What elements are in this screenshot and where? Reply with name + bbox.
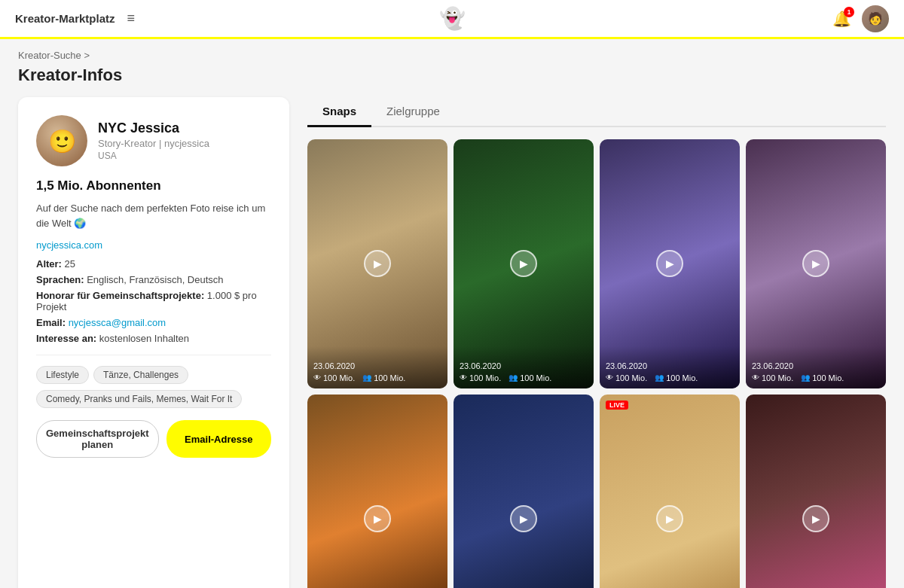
action-buttons: Gemeinschaftsprojekt planen Email-Adress… (36, 420, 271, 458)
profile-website[interactable]: nycjessica.com (36, 239, 271, 251)
snap-date: 23.06.2020 (752, 361, 880, 370)
followers-value: 100 Mio. (666, 373, 698, 382)
profile-languages: Sprachen: Englisch, Französisch, Deutsch (36, 274, 271, 285)
snap-stats: 👁 100 Mio. 👥 100 Mio. (752, 373, 880, 382)
community-project-button[interactable]: Gemeinschaftsprojekt planen (36, 420, 159, 458)
play-button[interactable]: ▶ (656, 250, 683, 277)
interest-value: kostenlosen Inhalten (99, 333, 189, 344)
tag-comedy: Comedy, Pranks und Fails, Memes, Wait Fo… (36, 390, 242, 408)
snap-inner: ▶ 23.06.2020 👁 100 Mio. 👥 100 Mio. (746, 139, 886, 388)
live-badge: LIVE (606, 401, 628, 410)
profile-role: Story-Kreator | nycjessica (98, 138, 209, 149)
play-button[interactable]: ▶ (510, 250, 537, 277)
views-value: 100 Mio. (469, 373, 501, 382)
play-button[interactable]: ▶ (802, 250, 829, 277)
snap-inner: ▶ 23.06.2020 👁 100 Mio. 👥 100 Mio. (600, 139, 740, 388)
languages-label: Sprachen: (36, 274, 84, 285)
languages-value: Englisch, Französisch, Deutsch (87, 274, 223, 285)
role-separator: | (159, 138, 164, 149)
eye-icon: 👁 (752, 373, 759, 382)
snap-overlay: 23.06.2020 👁 100 Mio. 👥 100 Mio. (454, 346, 594, 388)
notification-button[interactable]: 🔔 1 (832, 10, 851, 28)
views-value: 100 Mio. (615, 373, 647, 382)
followers-value: 100 Mio. (374, 373, 405, 382)
avatar-icon: 🧑 (868, 11, 883, 26)
snap-inner: ▶ 23.06.2020 👁 100 Mio. 👥 100 Mio. (454, 139, 594, 388)
tag-lifestyle: Lifestyle (36, 366, 89, 384)
profile-card: 🙂 NYC Jessica Story-Kreator | nycjessica… (18, 97, 289, 588)
breadcrumb: Kreator-Suche > (0, 39, 904, 64)
snap-item[interactable]: ▶ 23.06.2020 👁 100 Mio. 👥 100 Mio. (454, 139, 594, 388)
header-right: 🔔 1 🧑 (832, 5, 889, 32)
play-button[interactable]: ▶ (802, 505, 829, 532)
notification-badge: 1 (844, 7, 854, 17)
eye-icon: 👁 (606, 373, 613, 382)
role-label: Story-Kreator (98, 138, 156, 149)
profile-handle: nycjessica (164, 138, 209, 149)
user-avatar-header[interactable]: 🧑 (862, 5, 889, 32)
play-button[interactable]: ▶ (510, 505, 537, 532)
app-title: Kreator-Marktplatz (15, 12, 115, 25)
people-icon: 👥 (508, 373, 518, 382)
main-content: 🙂 NYC Jessica Story-Kreator | nycjessica… (0, 97, 904, 588)
views-value: 100 Mio. (762, 373, 793, 382)
play-button[interactable]: ▶ (364, 505, 391, 532)
eye-icon: 👁 (460, 373, 467, 382)
snap-item[interactable]: ▶ 23.06.2020 👁 100 Mio. 👥 100 Mio. (307, 395, 447, 588)
header-left: Kreator-Marktplatz ≡ (15, 11, 135, 26)
snap-views: 👁 100 Mio. (460, 373, 501, 382)
email-value[interactable]: nycjessca@gmail.com (69, 317, 166, 328)
snap-item[interactable]: ▶ 23.06.2020 👁 100 Mio. 👥 100 Mio. (454, 395, 594, 588)
tab-audience[interactable]: Zielgruppe (371, 97, 455, 127)
avatar-image: 🙂 (36, 115, 87, 166)
play-button[interactable]: ▶ (364, 250, 391, 277)
play-button[interactable]: ▶ (656, 505, 683, 532)
snap-inner: LIVE ▶ 23.06.2020 👁 100 Mio. 👥 100 Mio. (600, 395, 740, 588)
interest-label: Interesse an: (36, 333, 96, 344)
snap-item[interactable]: ▶ 23.06.2020 👁 100 Mio. 👥 100 Mio. (307, 139, 447, 388)
profile-location: USA (98, 151, 209, 161)
followers-value: 100 Mio. (520, 373, 551, 382)
tag-dances: Tänze, Challenges (93, 366, 188, 384)
profile-avatar: 🙂 (36, 115, 87, 166)
divider (36, 355, 271, 355)
views-value: 100 Mio. (323, 373, 355, 382)
snap-views: 👁 100 Mio. (313, 373, 355, 382)
snap-item[interactable]: ▶ 23.06.2020 👁 100 Mio. 👥 100 Mio. (600, 139, 740, 388)
snap-item[interactable]: ▶ 23.06.2020 👁 100 Mio. 👥 100 Mio. (746, 139, 886, 388)
tab-snaps[interactable]: Snaps (307, 97, 371, 127)
email-label: Email: (36, 317, 66, 328)
header-center: 👻 (439, 6, 466, 31)
profile-name: NYC Jessica (98, 120, 209, 136)
profile-fee: Honorar für Gemeinschaftsprojekte: 1.000… (36, 290, 271, 312)
page-title: Kreator-Infos (0, 64, 904, 97)
snap-stats: 👁 100 Mio. 👥 100 Mio. (313, 373, 441, 382)
snap-grid: ▶ 23.06.2020 👁 100 Mio. 👥 100 Mio. (307, 139, 886, 588)
followers-value: 100 Mio. (812, 373, 844, 382)
age-value: 25 (65, 258, 75, 270)
snap-date: 23.06.2020 (313, 361, 441, 370)
snap-stats: 👁 100 Mio. 👥 100 Mio. (606, 373, 734, 382)
people-icon: 👥 (801, 373, 810, 382)
breadcrumb-parent[interactable]: Kreator-Suche (18, 50, 81, 61)
profile-interest: Interesse an: kostenlosen Inhalten (36, 333, 271, 344)
email-address-button[interactable]: Email-Adresse (166, 420, 271, 458)
profile-age: Alter: 25 (36, 258, 271, 270)
snap-views: 👁 100 Mio. (752, 373, 793, 382)
snap-stats: 👁 100 Mio. 👥 100 Mio. (460, 373, 588, 382)
tags-row-1: Lifestyle Tänze, Challenges (36, 366, 271, 384)
people-icon: 👥 (655, 373, 664, 382)
snap-followers: 👥 100 Mio. (801, 373, 844, 382)
snap-views: 👁 100 Mio. (606, 373, 647, 382)
snap-followers: 👥 100 Mio. (508, 373, 551, 382)
snap-overlay: 23.06.2020 👁 100 Mio. 👥 100 Mio. (746, 346, 886, 388)
snap-item[interactable]: LIVE ▶ 23.06.2020 👁 100 Mio. 👥 100 Mio. (600, 395, 740, 588)
menu-icon[interactable]: ≡ (127, 11, 136, 26)
snap-item[interactable]: ▶ 23.06.2020 👁 100 Mio. 👥 100 Mio. (746, 395, 886, 588)
profile-header: 🙂 NYC Jessica Story-Kreator | nycjessica… (36, 115, 271, 166)
snap-overlay: 23.06.2020 👁 100 Mio. 👥 100 Mio. (307, 346, 447, 388)
tabs: Snaps Zielgruppe (307, 97, 886, 127)
snap-inner: ▶ 23.06.2020 👁 100 Mio. 👥 100 Mio. (307, 139, 447, 388)
people-icon: 👥 (362, 373, 371, 382)
snap-inner: ▶ 23.06.2020 👁 100 Mio. 👥 100 Mio. (307, 395, 447, 588)
